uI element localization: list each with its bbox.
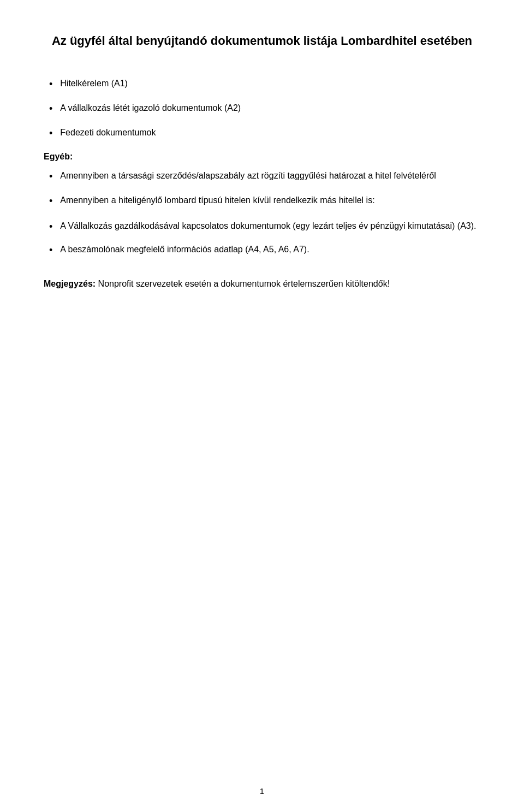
page-number: 1 bbox=[260, 786, 264, 796]
note-text: Nonprofit szervezetek esetén a dokumentu… bbox=[96, 279, 390, 288]
list-item-text: A beszámolónak megfelelő információs ada… bbox=[60, 243, 309, 256]
list-item-text: A vállalkozás létét igazoló dokumentumok… bbox=[60, 102, 241, 115]
egyeb-label: Egyéb: bbox=[44, 152, 480, 162]
egyeb-bullet-list: Amennyiben a társasági szerződés/alapsza… bbox=[44, 169, 480, 209]
list-item-text: Hitelkérelem (A1) bbox=[60, 77, 128, 90]
list-item: A vállalkozás létét igazoló dokumentumok… bbox=[44, 102, 480, 116]
list-item: Fedezeti dokumentumok bbox=[44, 126, 480, 141]
page: Az ügyfél által benyújtandó dokumentumok… bbox=[0, 0, 524, 812]
list-item: Hitelkérelem (A1) bbox=[44, 77, 480, 92]
list-item-text: Amennyiben a hiteligénylő lombard típusú… bbox=[60, 194, 374, 207]
main-bullet-list: Hitelkérelem (A1) A vállalkozás létét ig… bbox=[44, 77, 480, 141]
list-item: Amennyiben a társasági szerződés/alapsza… bbox=[44, 169, 480, 184]
list-item: Amennyiben a hiteligénylő lombard típusú… bbox=[44, 194, 480, 209]
list-item: A beszámolónak megfelelő információs ada… bbox=[44, 243, 480, 258]
note-label: Megjegyzés: bbox=[44, 279, 96, 288]
list-item-text: A Vállalkozás gazdálkodásával kapcsolato… bbox=[60, 220, 476, 233]
sub-bullet-list: A Vállalkozás gazdálkodásával kapcsolato… bbox=[44, 220, 480, 258]
list-item-text: Fedezeti dokumentumok bbox=[60, 126, 156, 139]
page-title: Az ügyfél által benyújtandó dokumentumok… bbox=[44, 33, 480, 50]
note-block: Megjegyzés: Nonprofit szervezetek esetén… bbox=[44, 277, 480, 291]
list-item-text: Amennyiben a társasági szerződés/alapsza… bbox=[60, 169, 436, 182]
list-item: A Vállalkozás gazdálkodásával kapcsolato… bbox=[44, 220, 480, 234]
